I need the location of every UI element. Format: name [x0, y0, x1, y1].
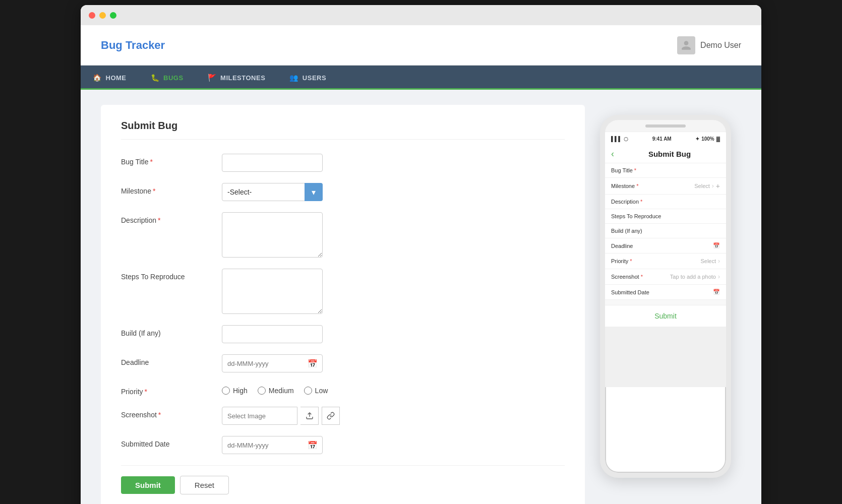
priority-medium-radio[interactable] [258, 387, 266, 395]
description-label: Description* [121, 212, 222, 224]
wifi-icon: ◌ [624, 136, 628, 142]
battery-area: ✦ 100% ▓ [695, 136, 720, 142]
submit-button[interactable]: Submit [121, 476, 175, 494]
browser-titlebar [81, 5, 761, 25]
phone-field-deadline: Deadline 📅 [605, 238, 726, 254]
phone-nav-bar: ‹ Submit Bug [605, 145, 726, 163]
nav-bugs[interactable]: 🐛 BUGS [139, 66, 196, 90]
steps-row: Steps To Reproduce [121, 269, 565, 314]
phone-field-screenshot[interactable]: Screenshot * Tap to add a photo › [605, 269, 726, 285]
minimize-dot[interactable] [99, 12, 106, 19]
phone-priority-label: Priority * [611, 258, 632, 264]
nav-users-label: USERS [303, 74, 326, 82]
phone-screenshot-value: Tap to add a photo › [670, 273, 720, 280]
form-title: Submit Bug [121, 120, 565, 140]
screenshot-input[interactable] [222, 407, 297, 425]
app-title: Bug Tracker [101, 39, 165, 52]
reset-button[interactable]: Reset [180, 476, 229, 494]
submitted-date-calendar-icon[interactable]: 📅 [308, 440, 318, 450]
milestone-row: Milestone* -Select- ▾ [121, 183, 565, 201]
nav-milestones-label: MILESTONES [220, 74, 265, 82]
phone-description-label: Description * [611, 199, 642, 205]
user-name: Demo User [700, 41, 741, 50]
signal-icons: ▌▌▌ ◌ [611, 136, 628, 142]
submitted-date-label: Submitted Date [121, 436, 222, 448]
phone-form-area: Bug Title * Milestone * Select › + Descr… [605, 163, 726, 387]
phone-submit-button[interactable]: Submit [654, 312, 677, 320]
bluetooth-icon: ✦ [695, 136, 699, 142]
phone-milestone-label: Milestone * [611, 183, 638, 189]
nav-home[interactable]: 🏠 HOME [81, 66, 139, 90]
bug-title-row: Bug Title* [121, 154, 565, 172]
screenshot-upload-button[interactable] [300, 407, 319, 425]
submitted-date-wrapper: 📅 [222, 436, 323, 454]
description-input[interactable] [222, 212, 323, 258]
screenshot-link-button[interactable] [322, 407, 340, 425]
maximize-dot[interactable] [110, 12, 116, 19]
phone-back-button[interactable]: ‹ [611, 149, 614, 159]
nav-users[interactable]: 👥 USERS [277, 66, 338, 90]
nav-milestones[interactable]: 🚩 MILESTONES [196, 66, 278, 90]
phone-field-priority[interactable]: Priority * Select › [605, 254, 726, 269]
phone-field-bug-title: Bug Title * [605, 163, 726, 178]
phone-submit-area: Submit [605, 305, 726, 327]
bugs-icon: 🐛 [151, 74, 160, 82]
build-row: Build (If any) [121, 325, 565, 343]
phone-screen-title: Submit Bug [619, 150, 720, 158]
steps-input[interactable] [222, 269, 323, 314]
close-dot[interactable] [89, 12, 95, 19]
phone-steps-label: Steps To Reproduce [611, 213, 661, 219]
build-label: Build (If any) [121, 325, 222, 337]
deadline-calendar-icon[interactable]: 📅 [308, 359, 318, 368]
milestone-plus-icon: + [716, 182, 720, 190]
priority-medium-label: Medium [269, 387, 294, 395]
browser-window: Bug Tracker Demo User 🏠 HOME 🐛 BUGS 🚩 MI… [81, 5, 761, 504]
screenshot-row: Screenshot* [121, 407, 565, 425]
priority-group: High Medium Low [222, 384, 328, 395]
phone-screenshot-label: Screenshot * [611, 274, 643, 280]
phone-build-label: Build (If any) [611, 228, 642, 234]
status-time: 9:41 AM [652, 136, 672, 142]
home-icon: 🏠 [93, 74, 102, 82]
priority-medium-option[interactable]: Medium [258, 387, 294, 395]
bug-title-input[interactable] [222, 154, 323, 172]
phone-bug-title-label: Bug Title * [611, 167, 636, 173]
priority-low-option[interactable]: Low [304, 387, 328, 395]
phone-submitted-date-label: Submitted Date [611, 289, 649, 295]
submitted-date-row: Submitted Date 📅 [121, 436, 565, 454]
build-input[interactable] [222, 325, 323, 343]
screenshot-chevron-icon: › [718, 273, 720, 280]
mobile-preview: ▌▌▌ ◌ 9:41 AM ✦ 100% ▓ ‹ Submit Bug [600, 100, 741, 504]
priority-low-label: Low [315, 387, 328, 395]
battery-icon: ▓ [716, 136, 720, 142]
phone-status-bar: ▌▌▌ ◌ 9:41 AM ✦ 100% ▓ [605, 132, 726, 145]
priority-high-radio[interactable] [222, 387, 230, 395]
screenshot-group [222, 407, 340, 425]
phone-notch [645, 124, 686, 128]
deadline-label: Deadline [121, 354, 222, 366]
nav-home-label: HOME [106, 74, 127, 82]
bug-title-label: Bug Title* [121, 154, 222, 166]
phone-deadline-label: Deadline [611, 243, 633, 249]
milestone-select[interactable]: -Select- [222, 183, 323, 201]
priority-high-option[interactable]: High [222, 387, 248, 395]
signal-icon: ▌▌▌ [611, 136, 622, 142]
phone-deadline-calendar-icon: 📅 [713, 242, 720, 249]
milestone-select-wrapper: -Select- ▾ [222, 183, 323, 201]
phone-section-gap [605, 300, 726, 305]
user-avatar [677, 36, 695, 54]
phone-field-build: Build (If any) [605, 224, 726, 238]
milestone-label: Milestone* [121, 183, 222, 195]
form-panel: Submit Bug Bug Title* Milestone* -Select… [101, 105, 585, 504]
user-info: Demo User [677, 36, 741, 54]
phone-field-description: Description * [605, 195, 726, 209]
phone-submitted-date-value: 📅 [713, 289, 720, 295]
form-buttons: Submit Reset [121, 465, 565, 494]
users-icon: 👥 [289, 74, 298, 82]
priority-label: Priority* [121, 384, 222, 396]
priority-low-radio[interactable] [304, 387, 312, 395]
steps-label: Steps To Reproduce [121, 269, 222, 281]
app-header: Bug Tracker Demo User [81, 25, 761, 66]
phone-field-milestone[interactable]: Milestone * Select › + [605, 178, 726, 195]
battery-label: 100% [701, 136, 714, 142]
